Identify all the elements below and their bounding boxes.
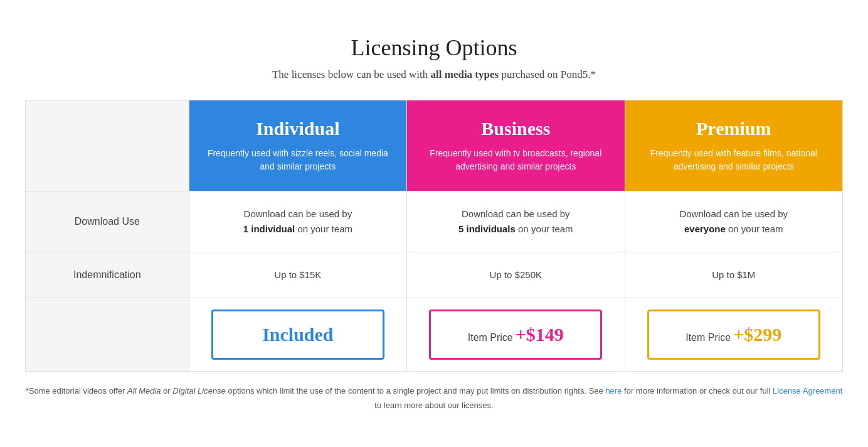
pricing-row: Included Item Price +$149 Item Price +$2…: [26, 298, 843, 372]
download-use-individual: Download can be used by 1 individual on …: [189, 191, 406, 252]
pricing-premium-cell[interactable]: Item Price +$299: [625, 298, 842, 372]
footer-note-pre: *Some editorial videos offer: [26, 386, 127, 396]
pricing-individual-cell[interactable]: Included: [189, 298, 406, 372]
pricing-premium-price: +$299: [733, 324, 781, 345]
business-plan-desc: Frequently used with tv broadcasts, regi…: [420, 147, 611, 173]
footer-link-license[interactable]: License Agreement: [773, 386, 842, 396]
du-prem-pre: Download can be used by: [679, 208, 788, 219]
header-row: Individual Frequently used with sizzle r…: [26, 100, 843, 191]
footer-link-here[interactable]: here: [605, 386, 622, 396]
indemnification-business: Up to $250K: [407, 252, 625, 298]
pricing-individual-inner: Included: [211, 310, 384, 360]
header-label-cell: [26, 100, 189, 191]
du-ind-pre: Download can be used by: [244, 208, 352, 219]
pricing-premium-inner: Item Price +$299: [647, 310, 820, 360]
du-ind-bold: 1 individual: [243, 223, 295, 234]
indemnification-label: Indemnification: [26, 252, 189, 298]
download-use-business: Download can be used by 5 individuals on…: [407, 191, 625, 252]
download-use-label: Download Use: [26, 191, 189, 252]
footer-end: to learn more about our licenses.: [374, 401, 493, 410]
indemnification-individual: Up to $15K: [189, 252, 406, 298]
du-bus-post: on your team: [518, 223, 573, 234]
pricing-business-cell[interactable]: Item Price +$149: [407, 298, 625, 372]
premium-plan-name: Premium: [638, 118, 830, 139]
header-business-cell: Business Frequently used with tv broadca…: [407, 100, 625, 191]
footer-italic1: All Media: [127, 386, 161, 396]
pricing-business-price: +$149: [516, 324, 564, 345]
subtitle-bold: all media types: [431, 68, 499, 80]
footer-mid1: or: [161, 386, 173, 396]
pricing-premium-pre: Item Price: [685, 332, 731, 343]
du-ind-post: on your team: [297, 223, 352, 234]
premium-plan-desc: Frequently used with feature films, nati…: [638, 147, 830, 173]
subtitle-pre: The licenses below can be used with: [272, 68, 431, 80]
du-bus-pre: Download can be used by: [462, 208, 570, 219]
du-bus-bold: 5 individuals: [458, 223, 516, 234]
pricing-business-pre: Item Price: [468, 332, 513, 343]
business-plan-name: Business: [420, 118, 611, 139]
du-prem-post: on your team: [728, 223, 783, 234]
individual-plan-desc: Frequently used with sizzle reels, socia…: [202, 147, 394, 173]
licensing-table: Individual Frequently used with sizzle r…: [25, 100, 843, 372]
pricing-business-inner: Item Price +$149: [429, 310, 602, 360]
page-wrapper: Licensing Options The licenses below can…: [0, 16, 868, 431]
footer-italic2: Digital License: [172, 386, 226, 396]
footer-note: *Some editorial videos offer All Media o…: [25, 384, 843, 412]
footer-mid2: options which limit the use of the conte…: [226, 386, 606, 396]
indemnification-premium: Up to $1M: [625, 252, 842, 298]
header-individual-cell: Individual Frequently used with sizzle r…: [189, 100, 406, 191]
subtitle-post: purchased on Pond5.*: [499, 68, 596, 80]
pricing-label-cell: [26, 298, 189, 372]
individual-plan-name: Individual: [202, 118, 394, 139]
page-title: Licensing Options: [25, 35, 843, 61]
header-premium-cell: Premium Frequently used with feature fil…: [625, 100, 842, 191]
page-subtitle: The licenses below can be used with all …: [25, 68, 843, 81]
indemnification-row: Indemnification Up to $15K Up to $250K U…: [26, 252, 843, 298]
du-prem-bold: everyone: [684, 223, 726, 234]
pricing-individual-text: Included: [262, 324, 333, 345]
download-use-row: Download Use Download can be used by 1 i…: [26, 191, 843, 252]
download-use-premium: Download can be used by everyone on your…: [625, 191, 842, 252]
footer-mid3: for more information or check out our fu…: [622, 386, 773, 396]
